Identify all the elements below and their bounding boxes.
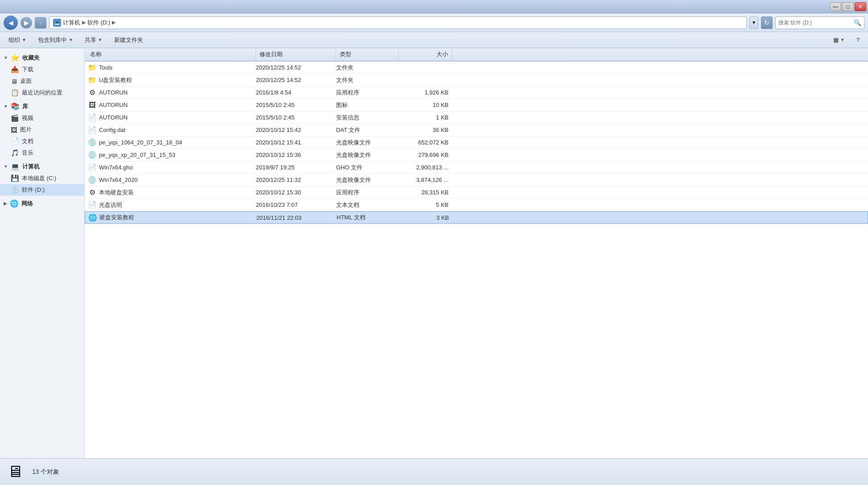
- file-name: Config.dat: [99, 127, 125, 133]
- address-path[interactable]: 💻 计算机 ▶ 软件 (D:) ▶: [49, 16, 747, 29]
- table-row[interactable]: 📁 Tools 2020/12/25 14:52 文件夹: [85, 62, 868, 74]
- network-arrow: ▶: [4, 201, 7, 206]
- file-cell-date: 2015/5/10 2:45: [256, 102, 336, 108]
- search-icon[interactable]: 🔍: [854, 19, 861, 26]
- view-button[interactable]: ▦ ▼: [828, 34, 850, 46]
- sidebar-item-document[interactable]: 📄 文档: [0, 136, 84, 147]
- file-name: Tools: [99, 64, 112, 71]
- search-box[interactable]: 🔍: [775, 16, 864, 29]
- file-name: U盘安装教程: [99, 76, 132, 84]
- table-row[interactable]: 📄 AUTORUN 2015/5/10 2:45 安装信息 1 KB: [85, 111, 868, 124]
- file-cell-size: 3,874,126 ...: [399, 177, 452, 183]
- path-arrow-1: ▶: [82, 20, 86, 25]
- picture-icon: 🖼: [11, 126, 17, 134]
- sidebar: ▼ ⭐ 收藏夹 📥 下载 🖥 桌面 📋 最近访问的位置 ▼ 📚 库: [0, 48, 85, 458]
- share-button[interactable]: 共享 ▼: [80, 34, 107, 46]
- table-row[interactable]: 💿 pe_yqs_xp_20_07_31_15_53 2020/10/12 15…: [85, 149, 868, 161]
- col-header-type[interactable]: 类型: [336, 48, 399, 61]
- file-cell-type: 应用程序: [336, 189, 399, 197]
- sidebar-item-recent[interactable]: 📋 最近访问的位置: [0, 87, 84, 99]
- maximize-button[interactable]: □: [842, 2, 854, 11]
- file-cell-name: 📁 U盘安装教程: [86, 76, 256, 84]
- table-row[interactable]: ⚙ 本地硬盘安装 2020/10/12 15:30 应用程序 28,315 KB: [85, 186, 868, 199]
- col-size-label: 大小: [436, 50, 448, 58]
- sidebar-section-computer-header[interactable]: ▼ 💻 计算机: [0, 160, 84, 173]
- dropdown-icon: ▼: [752, 20, 756, 25]
- sidebar-item-desktop[interactable]: 🖥 桌面: [0, 75, 84, 87]
- refresh-button[interactable]: ↻: [761, 16, 773, 29]
- include-label: 包含到库中: [38, 36, 67, 44]
- table-row[interactable]: 🖼 AUTORUN 2015/5/10 2:45 图标 10 KB: [85, 99, 868, 111]
- file-name: 光盘说明: [99, 201, 122, 209]
- library-arrow: ▼: [4, 104, 8, 109]
- path-arrow-2: ▶: [112, 20, 115, 25]
- path-icon: 💻: [53, 19, 61, 27]
- file-cell-date: 2020/10/12 15:42: [256, 127, 336, 133]
- status-app-icon: 🖥: [7, 462, 27, 482]
- table-row[interactable]: 📄 光盘说明 2016/10/23 7:07 文本文档 5 KB: [85, 199, 868, 211]
- favorites-label: 收藏夹: [22, 54, 40, 62]
- file-cell-name: 📄 Win7x64.gho: [86, 164, 256, 172]
- file-icon: 📄: [88, 114, 96, 122]
- file-cell-size: 652,072 KB: [399, 139, 452, 146]
- new-folder-button[interactable]: 新建文件夹: [109, 34, 148, 46]
- organize-label: 组织: [8, 36, 20, 44]
- up-icon: ↑: [39, 20, 42, 25]
- local-c-label: 本地磁盘 (C:): [22, 174, 56, 182]
- minimize-button[interactable]: —: [830, 2, 841, 11]
- file-name: Win7x64_2020: [99, 177, 138, 183]
- downloads-icon: 📥: [11, 66, 19, 74]
- favorites-icon: ⭐: [11, 53, 20, 62]
- search-input[interactable]: [778, 20, 852, 26]
- network-label: 网络: [21, 200, 33, 208]
- include-button[interactable]: 包含到库中 ▼: [33, 34, 78, 46]
- file-cell-type: 应用程序: [336, 89, 399, 97]
- table-row[interactable]: 🌐 硬盘安装教程 2016/11/21 22:03 HTML 文档 3 KB: [85, 211, 868, 224]
- video-icon: 🎬: [11, 114, 19, 122]
- sidebar-item-local-c[interactable]: 💾 本地磁盘 (C:): [0, 173, 84, 184]
- file-cell-type: 安装信息: [336, 114, 399, 122]
- refresh-icon: ↻: [764, 19, 769, 26]
- sidebar-item-music[interactable]: 🎵 音乐: [0, 147, 84, 159]
- organize-button[interactable]: 组织 ▼: [4, 34, 31, 46]
- sidebar-item-picture[interactable]: 🖼 图片: [0, 124, 84, 136]
- path-drive: 软件 (D:): [87, 19, 110, 27]
- forward-button[interactable]: ▶: [21, 17, 32, 29]
- sidebar-section-network-header[interactable]: ▶ 🌐 网络: [0, 197, 84, 210]
- table-row[interactable]: 💿 Win7x64_2020 2020/12/25 11:32 光盘映像文件 3…: [85, 174, 868, 186]
- file-name: AUTORUN: [99, 114, 128, 121]
- back-icon: ◀: [8, 19, 13, 26]
- table-row[interactable]: 📄 Win7x64.gho 2019/9/7 19:25 GHO 文件 2,90…: [85, 161, 868, 174]
- file-icon: 📁: [88, 76, 96, 84]
- file-cell-name: ⚙ AUTORUN: [86, 89, 256, 97]
- sidebar-section-favorites-header[interactable]: ▼ ⭐ 收藏夹: [0, 52, 84, 64]
- file-cell-size: 28,315 KB: [399, 189, 452, 196]
- back-button[interactable]: ◀: [4, 16, 18, 30]
- sidebar-item-video[interactable]: 🎬 视频: [0, 112, 84, 124]
- forward-icon: ▶: [24, 19, 29, 26]
- share-dropdown-icon: ▼: [98, 37, 103, 42]
- toolbar: 组织 ▼ 包含到库中 ▼ 共享 ▼ 新建文件夹 ▦ ▼ ?: [0, 32, 868, 48]
- file-cell-date: 2020/12/25 14:52: [256, 77, 336, 83]
- col-header-name[interactable]: 名称: [86, 48, 256, 61]
- help-button[interactable]: ?: [852, 34, 864, 46]
- table-row[interactable]: 💿 pe_yqs_1064_20_07_31_16_04 2020/10/12 …: [85, 136, 868, 149]
- file-cell-date: 2020/10/12 15:41: [256, 139, 336, 146]
- local-d-icon: 💿: [11, 186, 19, 194]
- close-button[interactable]: ✕: [855, 2, 866, 11]
- sidebar-item-local-d[interactable]: 💿 软件 (D:): [0, 184, 84, 196]
- col-header-size[interactable]: 大小: [399, 48, 452, 61]
- col-date-label: 修改日期: [259, 50, 283, 58]
- sidebar-section-library-header[interactable]: ▼ 📚 库: [0, 100, 84, 112]
- sidebar-item-downloads[interactable]: 📥 下载: [0, 64, 84, 75]
- file-cell-name: 📁 Tools: [86, 64, 256, 72]
- address-dropdown[interactable]: ▼: [749, 16, 758, 29]
- file-cell-date: 2015/5/10 2:45: [256, 114, 336, 121]
- col-header-date[interactable]: 修改日期: [256, 48, 336, 61]
- table-row[interactable]: 📄 Config.dat 2020/10/12 15:42 DAT 文件 36 …: [85, 124, 868, 136]
- table-row[interactable]: ⚙ AUTORUN 2016/1/8 4:54 应用程序 1,926 KB: [85, 86, 868, 99]
- title-bar: — □ ✕: [0, 0, 868, 13]
- up-button[interactable]: ↑: [35, 17, 46, 29]
- table-row[interactable]: 📁 U盘安装教程 2020/12/25 14:52 文件夹: [85, 74, 868, 86]
- file-name: Win7x64.gho: [99, 164, 133, 171]
